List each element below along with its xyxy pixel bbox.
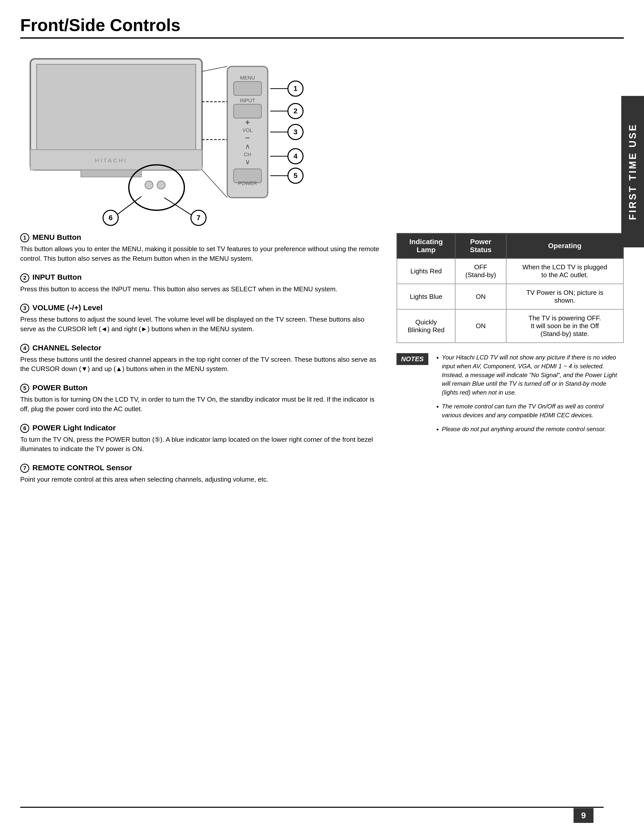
svg-text:INPUT: INPUT (240, 98, 255, 103)
svg-rect-9 (233, 104, 261, 118)
callout-num-3: 3 (20, 304, 29, 313)
notes-item-3: Please do not put anything around the re… (442, 425, 624, 434)
desc-title-2: 2 INPUT Button (20, 273, 382, 282)
notes-label: NOTES (396, 353, 428, 365)
desc-body-1: This button allows you to enter the MENU… (20, 244, 382, 263)
right-column: IndicatingLamp PowerStatus Operating Lig… (396, 233, 624, 494)
svg-text:2: 2 (293, 107, 298, 115)
table-cell-lamp-3: QuicklyBlinking Red (397, 309, 456, 343)
svg-text:–: – (245, 133, 250, 142)
callout-num-2: 2 (20, 273, 29, 283)
desc-title-5: 5 POWER Button (20, 383, 382, 393)
callout-num-4: 4 (20, 344, 29, 353)
descriptions-column: 1 MENU Button This button allows you to … (20, 233, 382, 494)
page-number: 9 (573, 808, 594, 823)
page-title: Front/Side Controls (20, 15, 624, 35)
svg-line-45 (202, 170, 227, 198)
status-table: IndicatingLamp PowerStatus Operating Lig… (396, 233, 624, 343)
svg-point-33 (129, 165, 184, 210)
callout-num-7: 7 (20, 464, 29, 473)
desc-body-3: Press these buttons to adjust the sound … (20, 315, 382, 334)
desc-body-6: To turn the TV ON, press the POWER butto… (20, 435, 382, 454)
callout-num-1: 1 (20, 233, 29, 242)
callout-num-5: 5 (20, 384, 29, 393)
desc-item-4: 4 CHANNEL Selector Press these buttons u… (20, 344, 382, 374)
svg-text:∧: ∧ (245, 142, 250, 150)
desc-body-4: Press these buttons until the desired ch… (20, 355, 382, 374)
bottom-rule (20, 807, 604, 808)
svg-text:∨: ∨ (245, 158, 250, 166)
desc-item-5: 5 POWER Button This button is for turnin… (20, 383, 382, 414)
table-header-operating: Operating (506, 233, 623, 259)
table-cell-lamp-2: Lights Blue (397, 284, 456, 309)
svg-text:CH: CH (244, 152, 251, 157)
svg-text:3: 3 (293, 128, 298, 136)
svg-point-34 (145, 181, 153, 189)
desc-item-2: 2 INPUT Button Press this button to acce… (20, 273, 382, 294)
side-tab: FIRST TIME USE (621, 96, 644, 248)
diagram-svg: HITACHI MENU INPUT + VOL – ∧ CH ∨ (20, 51, 374, 228)
desc-item-1: 1 MENU Button This button allows you to … (20, 233, 382, 263)
svg-text:VOL: VOL (242, 127, 253, 133)
svg-point-35 (157, 181, 165, 189)
desc-title-3: 3 VOLUME (-/+) Level (20, 304, 382, 313)
desc-body-7: Point your remote control at this area w… (20, 475, 382, 484)
desc-title-4: 4 CHANNEL Selector (20, 344, 382, 353)
desc-item-6: 6 POWER Light Indicator To turn the TV O… (20, 424, 382, 454)
table-cell-operating-3: The TV is powering OFF.It will soon be i… (506, 309, 623, 343)
table-cell-operating-1: When the LCD TV is pluggedto the AC outl… (506, 259, 623, 284)
svg-text:5: 5 (293, 172, 298, 180)
svg-rect-7 (233, 82, 261, 95)
svg-line-44 (202, 66, 227, 71)
svg-text:6: 6 (109, 214, 113, 222)
notes-list: Your Hitachi LCD TV will not show any pi… (435, 353, 624, 433)
table-row-1: Lights Red OFF(Stand-by) When the LCD TV… (397, 259, 623, 284)
table-row-3: QuicklyBlinking Red ON The TV is powerin… (397, 309, 623, 343)
desc-title-6: 6 POWER Light Indicator (20, 424, 382, 433)
desc-title-1: 1 MENU Button (20, 233, 382, 242)
table-cell-operating-2: TV Power is ON; picture isshown. (506, 284, 623, 309)
svg-text:7: 7 (196, 214, 201, 222)
diagram-area: HITACHI MENU INPUT + VOL – ∧ CH ∨ (20, 51, 374, 228)
desc-body-2: Press this button to access the INPUT me… (20, 285, 382, 294)
svg-text:HITACHI: HITACHI (95, 157, 127, 164)
svg-text:4: 4 (293, 152, 298, 160)
notes-item-2: The remote control can turn the TV On/Of… (442, 402, 624, 420)
side-tab-label: FIRST TIME USE (627, 123, 638, 220)
page-header: Front/Side Controls (20, 15, 624, 39)
callout-num-6: 6 (20, 424, 29, 433)
desc-body-5: This button is for turning ON the LCD TV… (20, 395, 382, 414)
desc-title-7: 7 REMOTE CONTROL Sensor (20, 463, 382, 473)
svg-text:MENU: MENU (240, 75, 255, 80)
table-cell-lamp-1: Lights Red (397, 259, 456, 284)
page: FIRST TIME USE Front/Side Controls HITAC… (0, 0, 644, 833)
table-header-status: PowerStatus (456, 233, 506, 259)
table-cell-status-2: ON (456, 284, 506, 309)
notes-item-1: Your Hitachi LCD TV will not show any pi… (442, 353, 624, 397)
desc-item-7: 7 REMOTE CONTROL Sensor Point your remot… (20, 463, 382, 484)
svg-text:1: 1 (293, 85, 298, 92)
notes-box: NOTES Your Hitachi LCD TV will not show … (396, 353, 624, 439)
notes-content: Your Hitachi LCD TV will not show any pi… (435, 353, 624, 439)
svg-text:POWER: POWER (238, 180, 257, 186)
table-cell-status-1: OFF(Stand-by) (456, 259, 506, 284)
svg-line-37 (164, 198, 192, 215)
desc-item-3: 3 VOLUME (-/+) Level Press these buttons… (20, 304, 382, 334)
svg-text:+: + (245, 117, 250, 127)
table-row-2: Lights Blue ON TV Power is ON; picture i… (397, 284, 623, 309)
svg-rect-1 (37, 64, 196, 150)
svg-line-36 (116, 196, 142, 215)
bottom-section: 1 MENU Button This button allows you to … (20, 233, 624, 494)
table-cell-status-3: ON (456, 309, 506, 343)
table-header-lamp: IndicatingLamp (397, 233, 456, 259)
